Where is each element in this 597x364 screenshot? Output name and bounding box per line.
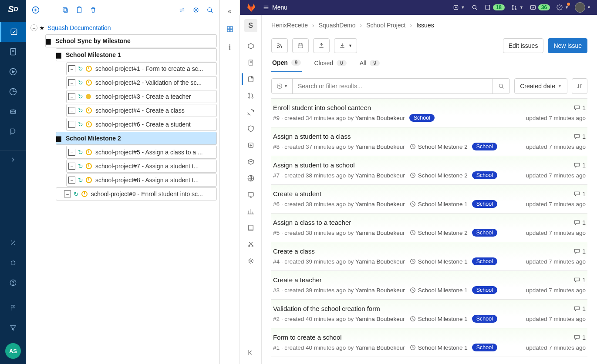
issue-label[interactable]: School: [472, 286, 497, 294]
user-menu[interactable]: ▼: [575, 2, 591, 13]
tab-closed[interactable]: Closed0: [313, 59, 347, 72]
tree-milestone-selected[interactable]: – ▆ School Milestone 2: [56, 132, 217, 145]
nav-flag-icon[interactable]: [0, 298, 26, 318]
tab-all[interactable]: All9: [359, 59, 381, 72]
side-cicd-icon[interactable]: [242, 105, 260, 119]
delete-button[interactable]: [88, 5, 98, 15]
issue-label[interactable]: School: [472, 315, 497, 323]
tree-leaf[interactable]: – ↻ school-project#9 - Enroll student in…: [56, 187, 217, 200]
tree-leaf[interactable]: – ↻ school-project#8 - Assign a student …: [66, 174, 217, 187]
gitlab-logo-icon[interactable]: [246, 2, 256, 13]
issue-author[interactable]: Yamina Boubekeur: [355, 230, 405, 236]
issue-title[interactable]: Create a class: [273, 247, 315, 255]
issue-title[interactable]: Validation of the school creation form: [273, 305, 380, 312]
issue-comments[interactable]: 1: [573, 190, 586, 197]
issue-comments[interactable]: 1: [573, 104, 586, 111]
new-issue-button[interactable]: New issue: [548, 38, 587, 53]
export-button[interactable]: [313, 38, 330, 53]
issue-comments[interactable]: 1: [573, 334, 586, 341]
side-snippets-icon[interactable]: [242, 237, 260, 251]
side-repo-icon[interactable]: [242, 56, 260, 70]
issue-milestone[interactable]: School Milestone 2: [409, 229, 468, 236]
side-settings-icon[interactable]: [242, 254, 260, 268]
side-packages-icon[interactable]: [242, 155, 260, 169]
rss-button[interactable]: [271, 38, 288, 53]
tree-milestone[interactable]: – ▆ School Milestone 1: [56, 48, 217, 61]
copy-button[interactable]: [60, 5, 71, 15]
issue-milestone[interactable]: School Milestone 1: [409, 344, 468, 351]
squash-logo[interactable]: SD: [4, 3, 22, 16]
issue-comments[interactable]: 1: [573, 219, 586, 226]
gutter-dashboard-icon[interactable]: [221, 20, 239, 38]
nav-automation-icon[interactable]: [0, 102, 26, 122]
sort-direction-button[interactable]: [572, 78, 587, 94]
issue-milestone[interactable]: School Milestone 1: [409, 258, 468, 265]
issue-title[interactable]: Assign a student to a class: [273, 133, 351, 140]
crumb[interactable]: SquashDemo: [319, 22, 356, 29]
tree-project[interactable]: – ▆ School Sync by Milestone: [45, 34, 217, 47]
nav-filter-icon[interactable]: [0, 318, 26, 338]
search-submit-icon[interactable]: [492, 79, 509, 94]
sort-dropdown[interactable]: Created date▼: [514, 78, 567, 94]
merge-requests-dropdown[interactable]: ▼: [511, 4, 523, 11]
nav-requirements-icon[interactable]: [0, 22, 26, 42]
issue-author[interactable]: Yamina Boubekeur: [355, 172, 405, 179]
issue-title[interactable]: Create a student: [273, 190, 321, 197]
side-mr-icon[interactable]: [242, 89, 260, 103]
side-deploy-icon[interactable]: [242, 138, 260, 152]
side-wiki-icon[interactable]: [242, 221, 260, 235]
nav-help-icon[interactable]: [0, 273, 26, 293]
history-dropdown[interactable]: ▼: [272, 79, 293, 94]
issue-row[interactable]: Validation of the school creation form 1…: [271, 300, 587, 328]
help-dropdown[interactable]: ▼: [556, 4, 569, 11]
tree-leaf[interactable]: – ↻ school-project#3 - Create a teacher: [66, 90, 217, 103]
issue-title[interactable]: Create a teacher: [273, 276, 322, 284]
nav-actionword-icon[interactable]: [0, 122, 26, 142]
edit-issues-button[interactable]: Edit issues: [503, 38, 544, 53]
issue-label[interactable]: School: [472, 143, 497, 150]
gutter-info-icon[interactable]: i: [221, 38, 239, 57]
issue-author[interactable]: Yamina Boubekeur: [355, 316, 405, 322]
issue-author[interactable]: Yamina Boubekeur: [355, 201, 405, 207]
side-monitor-icon[interactable]: [242, 188, 260, 202]
issue-comments[interactable]: 1: [573, 162, 586, 169]
issue-title[interactable]: Form to create a school: [273, 334, 342, 341]
crumb[interactable]: HenixRecette: [271, 22, 308, 29]
issue-author[interactable]: Yamina Boubekeur: [355, 144, 405, 150]
tree-leaf[interactable]: – ↻ school-project#6 - Create a student: [66, 118, 217, 131]
issue-label[interactable]: School: [472, 171, 497, 179]
issue-row[interactable]: Assign a student to a class 1 #8 · creat…: [271, 127, 587, 156]
issue-author[interactable]: Yamina Boubekeur: [355, 258, 405, 265]
issue-label[interactable]: School: [472, 344, 497, 351]
issue-row[interactable]: Enroll student into school canteen 1 #9 …: [271, 99, 587, 127]
issue-comments[interactable]: 1: [573, 133, 586, 140]
issue-label[interactable]: School: [472, 200, 497, 208]
menu-button[interactable]: Menu: [263, 4, 287, 11]
issue-title[interactable]: Assign a student to a school: [273, 161, 355, 169]
new-dropdown[interactable]: ▼: [452, 4, 465, 11]
project-avatar[interactable]: S: [244, 19, 257, 32]
paste-button[interactable]: [74, 5, 84, 15]
sync-button[interactable]: [177, 5, 187, 15]
search-input[interactable]: [293, 79, 492, 94]
issue-author[interactable]: Yamina Boubekeur: [355, 115, 405, 121]
issue-row[interactable]: Create a class 1 #4 · created 39 minutes…: [271, 242, 587, 271]
issue-title[interactable]: Enroll student into school canteen: [273, 104, 371, 111]
issue-milestone[interactable]: School Milestone 1: [409, 200, 468, 207]
search-button[interactable]: [205, 5, 215, 15]
issue-milestone[interactable]: School Milestone 2: [409, 143, 468, 150]
issue-row[interactable]: Assign a student to a school 1 #7 · crea…: [271, 156, 587, 185]
collapse-panel-button[interactable]: «: [221, 3, 239, 20]
tree-leaf[interactable]: – ↻ school-project#7 - Assign a student …: [66, 160, 217, 173]
side-collapse-icon[interactable]: [242, 346, 260, 360]
issue-comments[interactable]: 1: [573, 277, 586, 284]
tab-open[interactable]: Open9: [271, 59, 302, 72]
issue-author[interactable]: Yamina Boubekeur: [355, 287, 405, 294]
issue-milestone[interactable]: School Milestone 1: [409, 287, 468, 294]
topbar-search-icon[interactable]: [471, 4, 478, 11]
tree-leaf[interactable]: – ↻ school-project#4 - Create a class: [66, 104, 217, 117]
issue-comments[interactable]: 1: [573, 305, 586, 312]
nav-tools-icon[interactable]: [0, 233, 26, 253]
tree-leaf[interactable]: – ↻ school-project#1 - Form to create a …: [66, 62, 217, 75]
issue-title[interactable]: Assign a class to a teacher: [273, 219, 351, 226]
